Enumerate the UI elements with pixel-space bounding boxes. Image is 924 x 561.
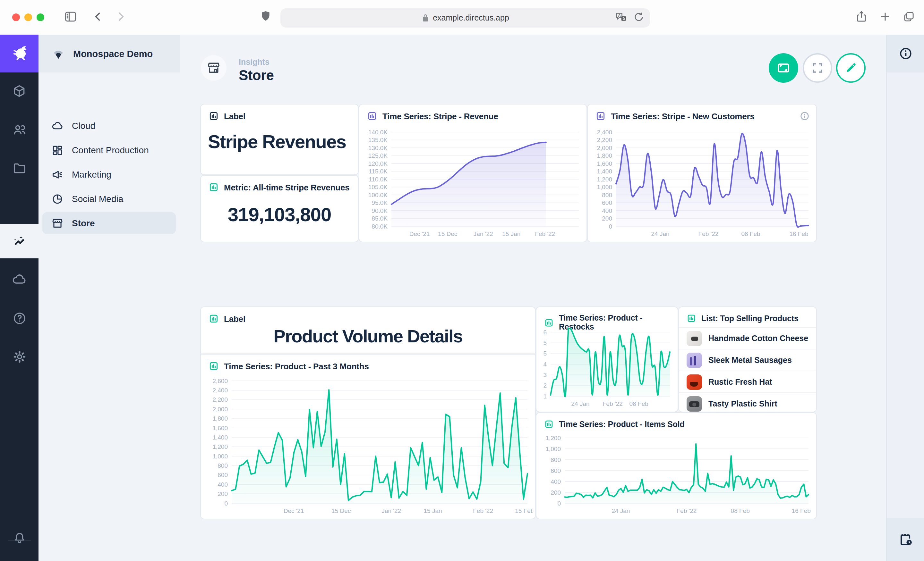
panel-type-icon	[544, 318, 554, 327]
directus-logo[interactable]	[0, 34, 39, 72]
module-bar-divider	[8, 540, 31, 541]
url-bar[interactable]: example.directus.app A	[280, 8, 650, 28]
svg-text:08 Feb: 08 Feb	[731, 507, 750, 514]
fullscreen-button[interactable]	[803, 53, 832, 83]
minimize-window-button[interactable]	[24, 13, 32, 21]
fit-screen-icon	[776, 60, 791, 76]
panel-time-series-restocks[interactable]: Time Series: Product - Restocks 65543212…	[536, 307, 678, 412]
svg-text:1,400: 1,400	[212, 434, 228, 441]
list-item[interactable]: Rustic Fresh Hat	[679, 371, 816, 392]
svg-text:1,600: 1,600	[212, 425, 228, 431]
sidebar-item-insights[interactable]	[0, 224, 39, 258]
sidebar-toggle-icon[interactable]	[63, 10, 78, 24]
panel-title: Metric: All-time Stripe Revenues	[224, 183, 350, 192]
panel-type-icon	[367, 111, 377, 121]
svg-text:4: 4	[543, 361, 547, 368]
list-item[interactable]: Sleek Metal Sausages	[679, 349, 816, 371]
sidebar-item-help[interactable]	[0, 301, 39, 335]
sidebar-item-settings[interactable]	[0, 339, 39, 374]
project-name: Monospace Demo	[73, 48, 153, 59]
forward-icon[interactable]	[114, 10, 128, 24]
rabbit-logo-icon	[8, 44, 30, 63]
panel-title: Label	[224, 111, 245, 121]
storefront-icon	[207, 61, 221, 75]
account-button[interactable]	[0, 559, 39, 561]
svg-text:1,600: 1,600	[597, 160, 612, 167]
zoom-window-button[interactable]	[37, 13, 44, 21]
project-switcher[interactable]: Monospace Demo	[39, 34, 180, 72]
panel-title: Time Series: Stripe - New Customers	[611, 111, 754, 121]
auto-refresh-button[interactable]	[769, 53, 798, 83]
sidebar-item-label: Social Media	[72, 194, 123, 204]
sidebar-item-collections[interactable]	[0, 74, 39, 108]
box-icon	[12, 84, 26, 98]
translate-icon[interactable]: A	[615, 11, 627, 24]
dashboard-icon	[51, 144, 63, 156]
dashboard-icon-chip	[201, 55, 226, 81]
sidebar-item-cloud[interactable]	[0, 262, 39, 297]
panel-title: Label	[224, 314, 245, 323]
activity-log-button[interactable]	[887, 518, 924, 561]
svg-text:15 Dec: 15 Dec	[332, 507, 351, 514]
pie-chart-icon	[51, 193, 63, 205]
notifications-button[interactable]	[0, 521, 39, 555]
sidebar-item-marketing[interactable]: Marketing	[42, 163, 176, 185]
reload-icon[interactable]	[633, 11, 645, 24]
product-thumbnail	[687, 352, 702, 368]
panel-time-series-stripe-revenue[interactable]: Time Series: Stripe - Revenue 140.0K135.…	[359, 104, 587, 242]
sidebar-item-cloud-dashboard[interactable]: Cloud	[42, 115, 176, 136]
info-icon[interactable]	[800, 111, 810, 121]
panel-type-icon	[596, 111, 606, 121]
svg-text:2,200: 2,200	[212, 396, 228, 403]
svg-text:15 Jan: 15 Jan	[502, 230, 520, 237]
shield-icon[interactable]	[259, 9, 272, 23]
svg-text:Dec '21: Dec '21	[410, 230, 430, 237]
sidebar-item-store[interactable]: Store	[42, 212, 176, 234]
list-item[interactable]: Tasty Plastic Shirt	[679, 392, 816, 414]
sidebar-item-label: Content Production	[72, 145, 149, 155]
product-thumbnail	[687, 331, 702, 346]
svg-text:A: A	[618, 13, 621, 18]
edit-dashboard-button[interactable]	[836, 53, 866, 83]
svg-text:08 Feb: 08 Feb	[630, 400, 648, 407]
svg-text:800: 800	[550, 456, 561, 463]
list-item[interactable]: Handmade Cotton Cheese	[679, 327, 816, 349]
share-icon[interactable]	[855, 10, 868, 24]
pencil-icon	[844, 61, 858, 75]
panel-title: List: Top Selling Products	[701, 314, 798, 323]
svg-text:1: 1	[543, 393, 547, 400]
panel-time-series-past-3-months[interactable]: Time Series: Product - Past 3 Months 2,6…	[200, 354, 536, 519]
breadcrumb[interactable]: Insights	[239, 58, 270, 67]
close-window-button[interactable]	[12, 13, 20, 21]
sidebar-item-content-production[interactable]: Content Production	[42, 139, 176, 161]
svg-text:6: 6	[543, 329, 547, 336]
panel-time-series-items-sold[interactable]: Time Series: Product - Items Sold 1,2001…	[536, 412, 817, 519]
svg-text:1,800: 1,800	[212, 415, 228, 422]
info-sidebar-button[interactable]	[887, 34, 924, 72]
new-tab-icon[interactable]	[879, 10, 892, 24]
svg-text:Jan '22: Jan '22	[381, 507, 401, 514]
tabs-icon[interactable]	[902, 10, 916, 24]
svg-text:15 Dec: 15 Dec	[438, 230, 457, 237]
svg-text:800: 800	[218, 462, 228, 469]
sidebar-item-social-media[interactable]: Social Media	[42, 188, 176, 209]
panel-type-icon	[208, 361, 219, 371]
module-bar	[0, 34, 39, 561]
panel-label-product-volume[interactable]: Label Product Volume Details	[200, 307, 536, 354]
svg-text:Dec '21: Dec '21	[284, 507, 304, 514]
svg-text:5: 5	[543, 350, 547, 357]
svg-text:1,800: 1,800	[597, 152, 612, 159]
info-icon	[898, 46, 913, 61]
panel-list-top-selling-products[interactable]: List: Top Selling Products Handmade Cott…	[678, 307, 817, 412]
svg-text:24 Jan: 24 Jan	[571, 400, 590, 407]
panel-metric-all-time-revenues[interactable]: Metric: All-time Stripe Revenues 319,103…	[200, 175, 359, 242]
svg-text:5: 5	[543, 340, 547, 346]
stripe-revenue-chart: 140.0K135.0K130.0K125.0K120.0K115.0K110.…	[363, 127, 584, 239]
panel-time-series-new-customers[interactable]: Time Series: Stripe - New Customers 2,40…	[587, 104, 817, 242]
sidebar-item-label: Store	[72, 218, 95, 228]
svg-text:Feb '22: Feb '22	[535, 230, 555, 237]
sidebar-item-files[interactable]	[0, 151, 39, 185]
sidebar-item-users[interactable]	[0, 112, 39, 147]
panel-label-stripe-revenues[interactable]: Label Stripe Revenues	[200, 104, 359, 175]
back-icon[interactable]	[91, 10, 105, 24]
